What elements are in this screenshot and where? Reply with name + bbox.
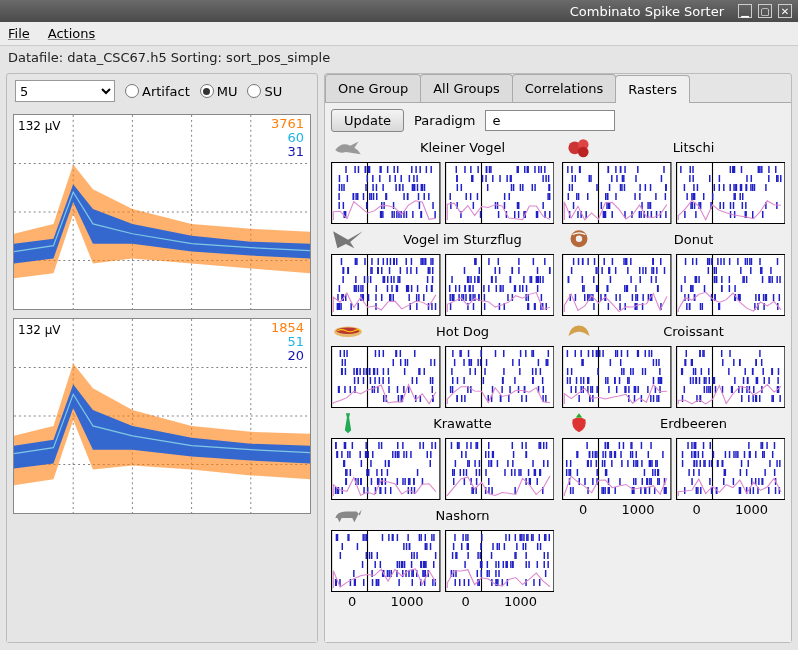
raster-label: Litschi [602,140,785,155]
waveform-counts: 1854 51 20 [271,321,304,363]
raster-plot [676,254,786,316]
raster-plot [445,162,555,224]
raster-axis-row: 0100001000 [331,596,554,609]
window-titlebar: Combinato Spike Sorter ▁ ▢ ✕ [0,0,798,22]
raster-plot [445,438,555,500]
raster-header: Donut [562,228,785,250]
waveform-ylabel: 132 µV [18,323,61,337]
waveform-plot-0: 132 µV 3761 60 31 [13,114,311,310]
radio-dot-icon [247,84,261,98]
raster-pair [331,530,554,592]
radio-su[interactable]: SU [247,84,282,99]
rasters-tab-body: Update Paradigm Kleiner Vogel Vogel im S… [325,103,791,642]
raster-pair [562,254,785,316]
raster-controls: Update Paradigm [331,109,785,132]
raster-label: Donut [602,232,785,247]
paradigm-input[interactable] [485,110,615,131]
tab-all-groups[interactable]: All Groups [420,74,513,102]
raster-plot [331,530,441,592]
menu-file[interactable]: File [8,26,30,41]
raster-plot [445,254,555,316]
raster-xaxis: 01000 [445,594,555,609]
radio-su-label: SU [264,84,282,99]
raster-plot [562,346,672,408]
tab-one-group[interactable]: One Group [325,74,421,102]
raster-header: Litschi [562,136,785,158]
bird-dive-icon [331,228,365,250]
raster-grid: Kleiner Vogel Vogel im Sturzflug Hot Dog… [331,136,785,609]
waveform-area: 132 µV 3761 60 31 132 µV [7,108,317,642]
raster-pair [331,346,554,408]
raster-header: Krawatte [331,412,554,434]
menubar: File Actions [0,22,798,46]
raster-xaxis: 01000 [331,594,441,609]
waveform-counts: 3761 60 31 [271,117,304,159]
radio-dot-icon [200,84,214,98]
tab-correlations[interactable]: Correlations [512,74,616,102]
raster-label: Hot Dog [371,324,554,339]
bird-icon [331,136,365,158]
raster-pair [331,254,554,316]
svg-rect-615 [445,439,553,500]
svg-point-873 [578,147,589,158]
menu-actions[interactable]: Actions [48,26,96,41]
raster-plot [676,438,786,500]
rhino-icon [331,504,365,526]
radio-mu-label: MU [217,84,238,99]
strawberry-icon [562,412,596,434]
maximize-icon[interactable]: ▢ [758,4,772,18]
close-icon[interactable]: ✕ [778,4,792,18]
paradigm-label: Paradigm [414,113,475,128]
window-title: Combinato Spike Sorter [6,4,732,19]
raster-header: Erdbeeren [562,412,785,434]
raster-pair [331,162,554,224]
raster-label: Kleiner Vogel [371,140,554,155]
tab-rasters[interactable]: Rasters [615,75,690,103]
donut-icon [562,228,596,250]
raster-label: Krawatte [371,416,554,431]
left-controls: 5 Artifact MU SU [7,74,317,108]
waveform-svg [14,115,310,309]
raster-col-left: Kleiner Vogel Vogel im Sturzflug Hot Dog… [331,136,554,609]
right-panel: One Group All Groups Correlations Raster… [324,73,792,643]
raster-plot [562,254,672,316]
minimize-icon[interactable]: ▁ [738,4,752,18]
count-orange: 3761 [271,117,304,131]
raster-plot [331,346,441,408]
count-blue: 31 [271,145,304,159]
svg-point-1027 [576,236,582,242]
raster-pair [562,438,785,500]
count-cyan: 51 [271,335,304,349]
waveform-svg [14,319,310,513]
raster-header: Vogel im Sturzflug [331,228,554,250]
svg-point-382 [336,328,359,334]
raster-plot [331,438,441,500]
raster-plot [676,346,786,408]
update-button[interactable]: Update [331,109,404,132]
waveform-plot-1: 132 µV 1854 51 20 [13,318,311,514]
raster-col-right: Litschi Donut Croissant Erdbeeren [562,136,785,609]
waveform-ylabel: 132 µV [18,119,61,133]
raster-axis-row: 0100001000 [562,504,785,517]
lychee-icon [562,136,596,158]
raster-xaxis: 01000 [676,502,786,517]
raster-plot [331,254,441,316]
status-line: Datafile: data_CSC67.h5 Sorting: sort_po… [0,46,798,69]
raster-xaxis: 01000 [562,502,672,517]
raster-plot [331,162,441,224]
count-cyan: 60 [271,131,304,145]
radio-artifact[interactable]: Artifact [125,84,190,99]
raster-label: Erdbeeren [602,416,785,431]
left-panel: 5 Artifact MU SU 132 µV 3761 60 [6,73,318,643]
raster-pair [562,346,785,408]
radio-dot-icon [125,84,139,98]
raster-header: Kleiner Vogel [331,136,554,158]
raster-plot [445,530,555,592]
tie-icon [331,412,365,434]
radio-mu[interactable]: MU [200,84,238,99]
raster-plot [562,162,672,224]
raster-plot [676,162,786,224]
raster-pair [562,162,785,224]
group-select[interactable]: 5 [15,80,115,102]
hotdog-icon [331,320,365,342]
